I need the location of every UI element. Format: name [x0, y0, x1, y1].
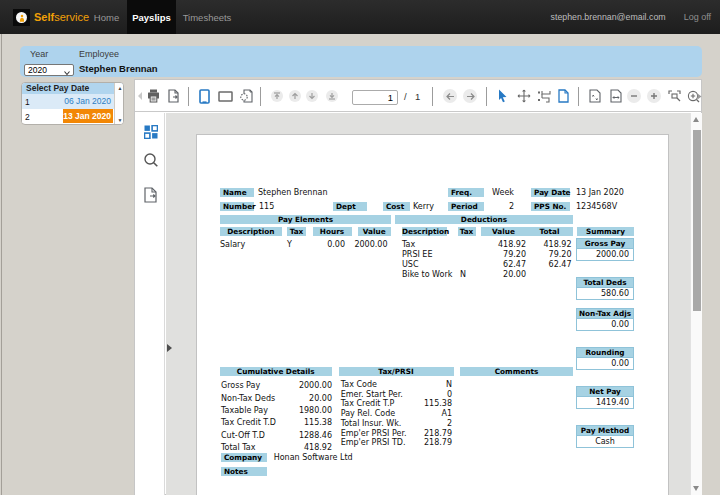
pay-date-row[interactable]: 1 06 Jan 2020	[22, 94, 114, 109]
sidebar-expander-icon[interactable]	[167, 344, 172, 352]
dept-label-cell: Dept	[333, 202, 367, 211]
deduction-total: 79.20	[532, 250, 572, 259]
app-logo[interactable]: Selfservice	[13, 8, 89, 26]
toolbar-separator	[578, 87, 579, 106]
pay-date-row-selected[interactable]: 2 13 Jan 2020	[22, 109, 114, 124]
tab-timesheets[interactable]: Timesheets	[176, 0, 238, 34]
scroll-down-icon[interactable]	[693, 486, 699, 491]
export-document-icon[interactable]	[166, 80, 180, 112]
zoom-out-icon[interactable]	[627, 89, 641, 103]
deduction-description: Tax	[402, 240, 415, 249]
cumulative-value: 2000.00	[292, 381, 332, 390]
tab-home[interactable]: Home	[86, 0, 127, 34]
pay-date-row-date-selected[interactable]: 13 Jan 2020	[63, 109, 113, 124]
pps-label-cell: PPS No.	[531, 202, 570, 211]
cumulative-value: 418.92	[292, 443, 332, 452]
page-number-input[interactable]: 1	[352, 90, 398, 105]
logoff-link[interactable]: Log off	[684, 12, 711, 22]
marquee-zoom-icon[interactable]	[667, 80, 682, 112]
topbar-right-group: stephen.brennan@email.com Log off	[551, 0, 711, 34]
cumulative-label: Gross Pay	[221, 381, 260, 390]
page-tool-icon[interactable]	[557, 80, 569, 112]
scroll-up-icon[interactable]	[693, 117, 699, 122]
user-email: stephen.brennan@email.com	[551, 12, 666, 22]
fit-width-icon[interactable]	[609, 80, 622, 112]
cumulative-value: 115.38	[292, 418, 332, 427]
deductions-header-total: Total	[527, 227, 573, 237]
pan-tool-icon[interactable]	[516, 80, 531, 112]
summary-box-value: 0.00	[576, 318, 634, 331]
search-icon[interactable]	[142, 151, 159, 168]
collapse-toolbar-icon[interactable]	[136, 80, 144, 112]
more-tools-icon[interactable]	[697, 80, 702, 112]
scrollbar-thumb[interactable]	[693, 130, 701, 311]
back-view-icon[interactable]	[443, 89, 457, 103]
deductions-header-value: Value	[481, 227, 527, 237]
cumulative-label: Cut-Off T.D	[221, 431, 265, 440]
employee-label: Employee	[79, 49, 119, 59]
multi-page-view-icon[interactable]	[239, 80, 253, 112]
scroll-down-icon[interactable]: ▼	[117, 117, 124, 124]
first-page-icon[interactable]	[271, 90, 283, 102]
cumulative-label: Total Tax	[221, 443, 255, 452]
pay-element-tax: Y	[287, 240, 292, 249]
freq-value: Week	[474, 188, 514, 197]
viewer-sidebar	[135, 113, 165, 495]
tax-prsi-label: Emer. Start Per.	[341, 390, 403, 399]
summary-box-value: 580.60	[576, 287, 634, 300]
summary-box-label: Pay Method	[576, 425, 634, 435]
export-pages-icon[interactable]	[142, 186, 159, 203]
deduction-description: Bike to Work	[402, 270, 452, 279]
cumulative-value: 1980.00	[292, 406, 332, 415]
single-page-view-icon[interactable]	[198, 80, 211, 112]
select-tool-icon[interactable]	[496, 80, 509, 112]
summary-box-net-pay: Net Pay 1419.40	[576, 386, 634, 409]
deductions-header-description: Description	[402, 227, 447, 236]
pay-elements-header-hours: Hours	[313, 227, 352, 236]
year-label: Year	[30, 49, 48, 59]
continuous-view-icon[interactable]	[218, 80, 233, 112]
deduction-description: USC	[402, 260, 419, 269]
company-label-cell: Company	[221, 453, 267, 462]
previous-page-icon[interactable]	[289, 90, 301, 102]
snapshot-tool-icon[interactable]	[536, 80, 552, 112]
tax-prsi-label: Tax Credit T.P	[341, 399, 395, 408]
deduction-total: 62.47	[532, 260, 572, 269]
summary-title: Summary	[577, 227, 634, 236]
year-select[interactable]: 2020	[24, 64, 74, 76]
deduction-value: 62.47	[486, 260, 526, 269]
tax-prsi-label: Pay Rel. Code	[341, 409, 396, 418]
pay-date-row-date[interactable]: 06 Jan 2020	[63, 94, 113, 109]
next-page-icon[interactable]	[306, 90, 318, 102]
pay-date-panel: Select Pay Date 1 06 Jan 2020 2 13 Jan 2…	[21, 82, 124, 125]
tax-prsi-label: Tax Code	[341, 380, 377, 389]
zoom-in-icon[interactable]	[647, 89, 661, 103]
last-page-icon[interactable]	[326, 90, 338, 102]
forward-view-icon[interactable]	[463, 89, 477, 103]
print-icon[interactable]	[146, 80, 161, 112]
viewer-scrollbar[interactable]	[690, 113, 702, 495]
summary-box-gross-pay: Gross Pay 2000.00	[576, 238, 634, 261]
paydate-label-cell: Pay Date	[531, 188, 570, 197]
company-value: Honan Software Ltd	[274, 453, 353, 462]
toolbar-separator	[486, 87, 487, 106]
toolbar-separator	[432, 87, 433, 106]
tax-prsi-value: 218.79	[412, 438, 452, 447]
logo-text: Selfservice	[34, 11, 89, 23]
tax-prsi-value: N	[412, 380, 452, 389]
summary-box-value: Cash	[576, 435, 634, 448]
deduction-tax: N	[460, 270, 466, 279]
pay-date-scrollbar[interactable]: ▲ ▼	[114, 83, 124, 125]
thumbnails-icon[interactable]	[142, 123, 159, 140]
deductions-header-value-total: Value Total	[481, 227, 574, 236]
tab-payslips[interactable]: Payslips	[127, 0, 176, 34]
fit-page-icon[interactable]	[588, 80, 601, 112]
employee-name: Stephen Brennan	[79, 63, 158, 74]
logo-badge	[13, 9, 30, 26]
logo-text-bold: Self	[34, 11, 54, 23]
scroll-up-icon[interactable]: ▲	[117, 85, 124, 92]
payslip-viewer: 1 / 1	[134, 79, 702, 495]
deduction-value: 79.20	[486, 250, 526, 259]
cumulative-label: Non-Tax Deds	[221, 394, 275, 403]
viewer-toolbar: 1 / 1	[135, 80, 701, 112]
